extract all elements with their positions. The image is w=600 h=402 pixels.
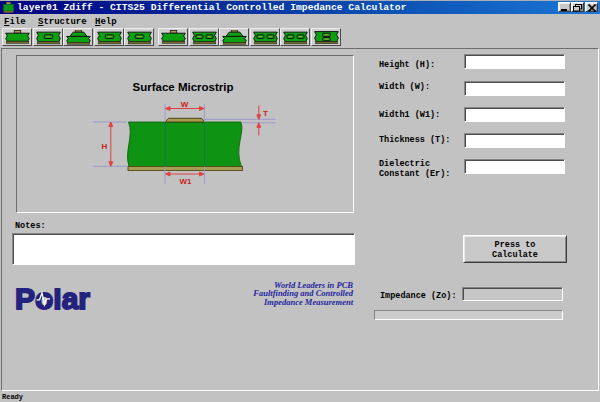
svg-text:Surface Microstrip: Surface Microstrip <box>133 81 234 93</box>
svg-text:T: T <box>263 109 268 118</box>
svg-text:Polar: Polar <box>15 288 90 312</box>
svg-text:W1: W1 <box>180 177 193 186</box>
svg-text:H: H <box>102 142 108 151</box>
svg-text:W: W <box>181 100 189 109</box>
